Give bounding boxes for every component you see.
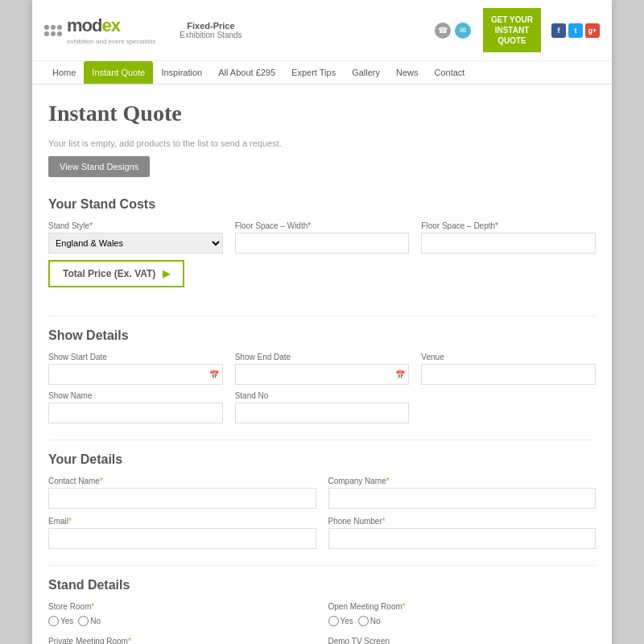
- phone-icon[interactable]: ☎: [435, 23, 451, 39]
- logo-mod: mod: [67, 15, 101, 35]
- open-meeting-yes-label: Yes: [328, 616, 353, 626]
- logo-dot: [44, 31, 49, 36]
- store-room-radio-group: Yes No: [48, 616, 316, 629]
- phone-group: Phone Number*: [328, 517, 597, 549]
- show-name-input[interactable]: [48, 402, 223, 423]
- store-room-no-radio[interactable]: [78, 616, 89, 626]
- show-start-date-input[interactable]: [48, 364, 223, 385]
- open-meeting-group: Open Meeting Room* Yes No: [328, 602, 597, 629]
- your-details-section: Your Details Contact Name* Company Name*: [48, 452, 596, 549]
- demo-tv-label: Demo TV Screen: [328, 637, 597, 644]
- floor-depth-input[interactable]: [421, 233, 596, 254]
- stand-no-label: Stand No: [235, 391, 410, 400]
- divider-2: [48, 440, 596, 440]
- open-meeting-no-radio[interactable]: [358, 616, 369, 626]
- email-group: Email*: [48, 517, 316, 549]
- nav-expert-tips[interactable]: Expert Tips: [283, 61, 344, 84]
- logo-text: modex: [67, 15, 155, 36]
- nav-news[interactable]: News: [388, 61, 427, 84]
- contact-name-input[interactable]: [48, 488, 316, 509]
- floor-width-col: Floor Space – Width*: [235, 221, 410, 254]
- main-content: Instant Quote Your list is empty, add pr…: [32, 85, 612, 644]
- open-meeting-no-label: No: [358, 616, 381, 626]
- header-center: Fixed-Price Exhibition Stands: [180, 21, 242, 39]
- phone-label: Phone Number*: [328, 517, 597, 526]
- stand-style-label: Stand Style*: [48, 221, 223, 230]
- stand-costs-section: Your Stand Costs Stand Style* England & …: [48, 197, 596, 303]
- show-start-date-wrapper: 📅: [48, 364, 223, 385]
- empty-message: Your list is empty, add products to the …: [48, 138, 596, 148]
- nav-contact[interactable]: Contact: [427, 61, 473, 84]
- googleplus-icon[interactable]: g+: [585, 23, 600, 38]
- logo-area: modex exhibition and event specialists: [44, 15, 155, 46]
- page-title: Instant Quote: [48, 101, 596, 126]
- venue-label: Venue: [421, 353, 596, 361]
- get-quote-button[interactable]: GET YOUR INSTANT QUOTE: [483, 8, 541, 52]
- navigation: Home Instant Quote Inspiration All About…: [32, 61, 612, 85]
- stand-style-row: Stand Style* England & Wales Floor Space…: [48, 221, 596, 254]
- store-room-label: Store Room*: [48, 602, 316, 611]
- twitter-icon[interactable]: t: [568, 23, 583, 38]
- nav-home[interactable]: Home: [44, 61, 84, 84]
- contact-name-group: Contact Name*: [48, 477, 316, 509]
- show-details-section: Show Details Show Start Date 📅 Show End …: [48, 328, 596, 423]
- view-stand-button[interactable]: View Stand Designs: [48, 156, 150, 177]
- stand-details-section: Stand Details Store Room* Yes No: [48, 578, 596, 644]
- your-details-title: Your Details: [48, 452, 596, 467]
- store-room-yes-radio[interactable]: [48, 616, 59, 626]
- stand-style-col: Stand Style* England & Wales: [48, 221, 223, 254]
- nav-inspiration[interactable]: Inspiration: [153, 61, 210, 84]
- logo-tagline: exhibition and event specialists: [67, 38, 155, 46]
- email-icon[interactable]: ✉: [455, 23, 471, 39]
- logo-dot: [51, 31, 56, 36]
- show-name-label: Show Name: [48, 391, 223, 400]
- store-room-group: Store Room* Yes No: [48, 602, 316, 629]
- stand-costs-title: Your Stand Costs: [48, 197, 596, 212]
- floor-width-input[interactable]: [235, 233, 410, 254]
- show-end-col: Show End Date 📅: [235, 353, 410, 385]
- nav-gallery[interactable]: Gallery: [344, 61, 388, 84]
- stand-style-select[interactable]: England & Wales: [48, 233, 223, 254]
- show-name-col: Show Name: [48, 391, 223, 423]
- header-icons: ☎ ✉ GET YOUR INSTANT QUOTE f t g+: [435, 8, 600, 52]
- logo-ex: ex: [101, 15, 119, 35]
- floor-width-label: Floor Space – Width*: [235, 221, 410, 230]
- header: modex exhibition and event specialists F…: [32, 0, 612, 61]
- show-end-date-input[interactable]: [235, 364, 410, 385]
- open-meeting-radio-group: Yes No: [328, 616, 597, 629]
- logo-dot: [51, 25, 56, 30]
- stand-no-col: Stand No: [235, 391, 410, 423]
- social-icons: f t g+: [551, 23, 600, 38]
- divider-3: [48, 565, 596, 566]
- divider-1: [48, 316, 596, 316]
- contact-name-label: Contact Name*: [48, 477, 316, 485]
- company-name-input[interactable]: [328, 488, 597, 509]
- company-name-group: Company Name*: [328, 477, 597, 509]
- fixed-price-label: Fixed-Price: [180, 21, 242, 31]
- your-details-row-1: Contact Name* Company Name*: [48, 477, 596, 509]
- floor-depth-col: Floor Space – Depth*: [421, 221, 596, 254]
- open-meeting-yes-radio[interactable]: [328, 616, 339, 626]
- private-meeting-group: Private Meeting Room* Yes No: [48, 637, 316, 644]
- stand-no-spacer: [421, 391, 596, 423]
- show-row-1: Show Start Date 📅 Show End Date 📅 Venue: [48, 353, 596, 385]
- total-price-box[interactable]: Total Price (Ex. VAT) ▶: [48, 260, 184, 287]
- demo-tv-group: Demo TV Screen –: [328, 637, 597, 644]
- nav-instant-quote[interactable]: Instant Quote: [84, 61, 153, 84]
- show-start-col: Show Start Date 📅: [48, 353, 223, 385]
- email-input[interactable]: [48, 528, 316, 549]
- company-name-label: Company Name*: [328, 477, 597, 485]
- logo-dot: [57, 25, 62, 30]
- stand-details-row-1: Store Room* Yes No: [48, 602, 596, 629]
- floor-depth-label: Floor Space – Depth*: [421, 221, 596, 230]
- phone-input[interactable]: [328, 528, 597, 549]
- facebook-icon[interactable]: f: [551, 23, 566, 38]
- stand-details-row-2: Private Meeting Room* Yes No: [48, 637, 596, 644]
- store-room-no-label: No: [78, 616, 101, 626]
- stand-no-input[interactable]: [235, 402, 410, 423]
- show-end-date-wrapper: 📅: [235, 364, 410, 385]
- store-room-yes-label: Yes: [48, 616, 73, 626]
- venue-input[interactable]: [421, 364, 596, 385]
- nav-all-about[interactable]: All About £295: [210, 61, 283, 84]
- total-price-label: Total Price (Ex. VAT): [63, 268, 155, 279]
